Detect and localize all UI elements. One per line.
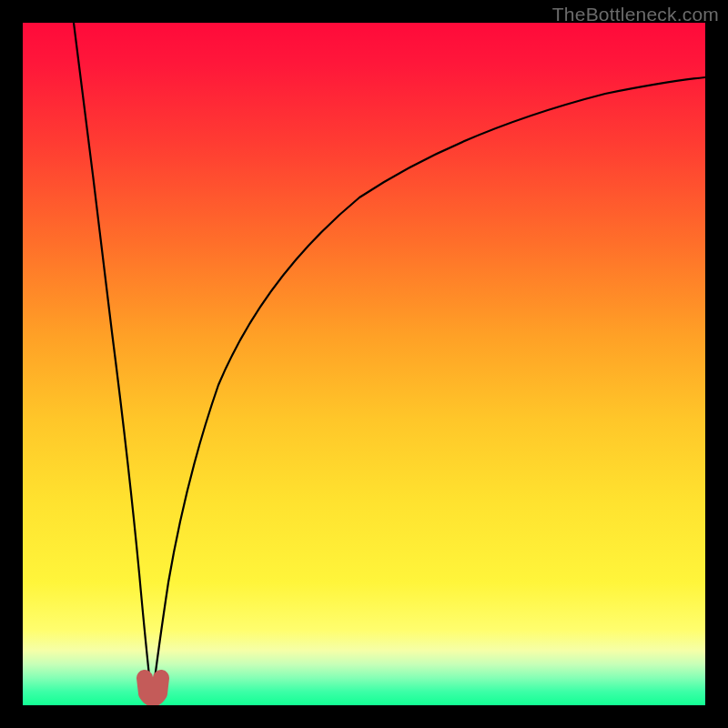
cusp-marker: [145, 678, 161, 699]
plot-area: [23, 23, 705, 705]
curve-layer: [23, 23, 705, 705]
bottleneck-curve: [74, 23, 705, 701]
chart-frame: TheBottleneck.com: [0, 0, 728, 728]
